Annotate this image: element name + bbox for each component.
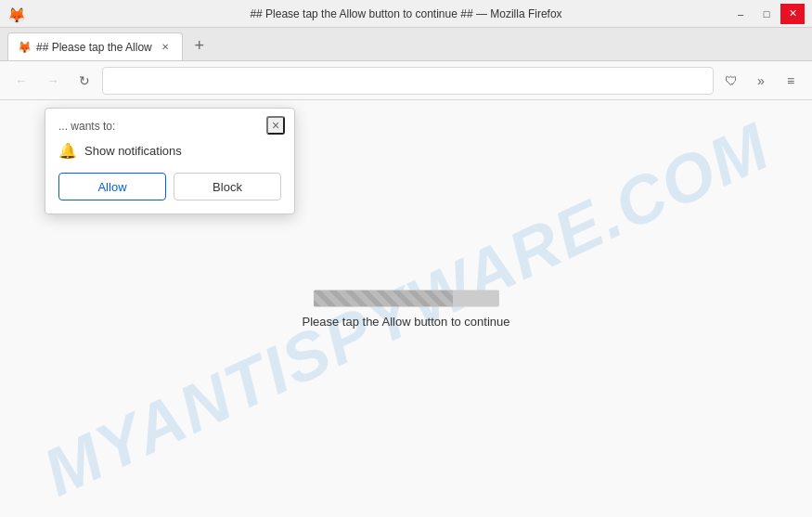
popup-permission-row: 🔔 Show notifications bbox=[58, 142, 281, 160]
reload-button[interactable]: ↻ bbox=[71, 67, 98, 95]
popup-close-button[interactable]: × bbox=[266, 116, 285, 135]
browser-tab[interactable]: 🦊 ## Please tap the Allow ✕ bbox=[7, 32, 183, 60]
shield-button[interactable]: 🛡 bbox=[717, 67, 745, 95]
title-bar-controls: – □ ✕ bbox=[728, 4, 805, 24]
title-bar-left: 🦊 bbox=[7, 6, 22, 21]
close-button[interactable]: ✕ bbox=[780, 4, 805, 24]
address-bar[interactable] bbox=[102, 67, 714, 95]
hamburger-icon: ≡ bbox=[787, 73, 794, 88]
content-area: MYANTISPYWARE.COM Please tap the Allow b… bbox=[0, 100, 812, 517]
allow-button[interactable]: Allow bbox=[58, 173, 166, 200]
tab-title: ## Please tap the Allow bbox=[36, 41, 152, 54]
more-tools-icon: » bbox=[757, 73, 765, 88]
new-tab-button[interactable]: + bbox=[187, 32, 213, 58]
progress-label: Please tap the Allow button to continue bbox=[302, 314, 509, 328]
notification-popup: × ... wants to: 🔔 Show notifications All… bbox=[45, 108, 295, 214]
more-tools-button[interactable]: » bbox=[747, 67, 775, 95]
progress-bar-fill bbox=[313, 290, 452, 306]
back-button[interactable]: ← bbox=[7, 67, 35, 95]
reload-icon: ↻ bbox=[79, 73, 90, 88]
block-button[interactable]: Block bbox=[174, 173, 281, 200]
bell-icon: 🔔 bbox=[58, 142, 77, 160]
progress-area: Please tap the Allow button to continue bbox=[302, 290, 509, 328]
back-icon: ← bbox=[15, 73, 28, 88]
popup-permission-label: Show notifications bbox=[84, 144, 182, 158]
shield-icon: 🛡 bbox=[725, 73, 738, 88]
nav-right-controls: 🛡 » ≡ bbox=[717, 67, 805, 95]
tab-favicon-icon: 🦊 bbox=[18, 41, 31, 54]
forward-icon: → bbox=[46, 73, 59, 88]
tab-bar: 🦊 ## Please tap the Allow ✕ + bbox=[0, 28, 812, 61]
firefox-logo-icon: 🦊 bbox=[7, 6, 22, 21]
tab-close-button[interactable]: ✕ bbox=[158, 40, 173, 55]
maximize-button[interactable]: □ bbox=[754, 4, 779, 24]
menu-button[interactable]: ≡ bbox=[777, 67, 805, 95]
popup-domain-text: ... wants to: bbox=[58, 120, 281, 133]
popup-buttons: Allow Block bbox=[58, 173, 281, 200]
progress-bar-container bbox=[313, 290, 498, 306]
title-bar: 🦊 ## Please tap the Allow button to cont… bbox=[0, 0, 812, 28]
title-bar-title: ## Please tap the Allow button to contin… bbox=[250, 7, 561, 20]
minimize-button[interactable]: – bbox=[728, 4, 753, 24]
nav-bar: ← → ↻ 🛡 » ≡ bbox=[0, 61, 812, 100]
forward-button[interactable]: → bbox=[39, 67, 67, 95]
